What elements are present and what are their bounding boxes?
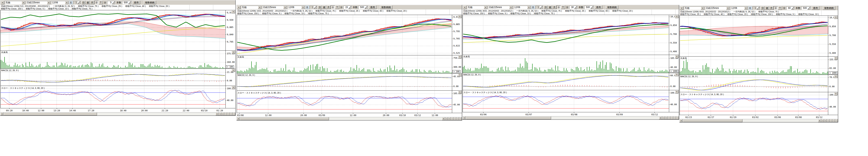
window-select-dropdown[interactable]: ▼ xyxy=(1,1,4,4)
scroll-shortcut-button[interactable]: ► xyxy=(665,116,668,119)
scroll-shortcut-button[interactable]: ▪ xyxy=(454,117,456,120)
chart-canvas[interactable] xyxy=(0,10,235,108)
scrollbar-track[interactable] xyxy=(4,113,216,116)
spinner-icon[interactable] xyxy=(128,1,131,4)
apply-button[interactable]: 適用 xyxy=(369,5,376,9)
macd-pane-menu-button[interactable]: ▼ xyxy=(458,74,462,76)
spinner-icon[interactable] xyxy=(590,6,593,9)
horizontal-scrollbar[interactable]: ◄►◄►▪▪▪▪ xyxy=(0,112,235,116)
scroll-left-button[interactable]: ◄ xyxy=(237,117,240,120)
scroll-shortcut-button[interactable]: ▪ xyxy=(671,116,673,119)
market-select[interactable]: 先物 ▼ xyxy=(684,6,705,10)
horizontal-scrollbar[interactable]: ◄►◄►▪▪▪▪ xyxy=(237,117,462,120)
period-button-tick[interactable]: T xyxy=(335,5,339,9)
scroll-shortcut-button[interactable]: ▪ xyxy=(673,116,676,119)
apply-button[interactable]: 適用 xyxy=(132,1,140,4)
multi-symbol-button[interactable]: 複数銘柄 xyxy=(606,5,618,9)
multi-symbol-button[interactable]: 複数銘柄 xyxy=(144,1,156,4)
spinner-icon[interactable] xyxy=(757,7,760,10)
contract-month-select[interactable]: 12/06 ▼ xyxy=(731,6,748,10)
chart-canvas[interactable] xyxy=(680,15,838,115)
horizontal-scrollbar[interactable]: ◄►◄►▪▪▪▪ xyxy=(680,119,838,122)
contract-month-select[interactable]: 12/06 ▼ xyxy=(514,6,531,9)
macd-pane-menu-button[interactable]: ▼ xyxy=(675,73,679,76)
period-button-minute[interactable]: 分 xyxy=(557,5,561,9)
symbol-select[interactable]: 日経225mini ▼ xyxy=(705,6,730,10)
spinner-icon[interactable] xyxy=(807,7,810,10)
window-select-dropdown[interactable]: ▼ xyxy=(680,6,683,10)
period-button-month[interactable]: 月 xyxy=(327,5,331,9)
chart-canvas[interactable] xyxy=(463,15,679,112)
scroll-shortcut-button[interactable]: ▪ xyxy=(451,117,454,120)
window-select-dropdown[interactable]: ▼ xyxy=(463,6,466,9)
scroll-shortcut-button[interactable]: ▪ xyxy=(832,119,835,122)
scroll-shortcut-button[interactable]: ▪ xyxy=(232,113,235,116)
scroll-shortcut-button[interactable]: ► xyxy=(221,113,224,116)
scroll-shortcut-button[interactable]: ► xyxy=(824,119,827,122)
volume-pane-menu-button[interactable]: ▼ xyxy=(834,57,838,60)
scrollbar-thumb[interactable] xyxy=(466,116,551,119)
multi-symbol-button[interactable]: 複数銘柄 xyxy=(823,6,835,10)
tick-count-spinner[interactable]: 1 xyxy=(752,6,760,10)
stoch-pane-menu-button[interactable]: ▼ xyxy=(458,91,462,94)
symbol-select[interactable]: 日経225mini ▼ xyxy=(262,6,287,9)
scroll-shortcut-button[interactable]: ▪ xyxy=(835,119,838,122)
spinner-icon[interactable] xyxy=(791,7,794,10)
spinner-icon[interactable] xyxy=(574,6,577,9)
period-button-minute[interactable]: 分 xyxy=(774,6,778,10)
minutes-spinner[interactable]: 5 xyxy=(107,1,116,4)
macd-pane-menu-button[interactable]: ▼ xyxy=(231,69,235,72)
multi-symbol-button[interactable]: 複数銘柄 xyxy=(380,5,393,9)
scroll-left-button[interactable]: ◄ xyxy=(463,116,466,119)
period-button-minute[interactable]: 分 xyxy=(94,1,98,4)
chart-plot-area[interactable]: 10,0009,8509,7009,5509,400105.0040.0060.… xyxy=(463,15,679,112)
chart-canvas[interactable] xyxy=(237,15,462,113)
spinner-icon[interactable] xyxy=(348,6,351,9)
scroll-shortcut-button[interactable]: ▪ xyxy=(676,116,679,119)
period-button-tick[interactable]: T xyxy=(778,6,782,10)
price-pane-menu-button[interactable]: ▼ xyxy=(675,15,679,18)
scroll-shortcut-button[interactable]: ◄ xyxy=(662,116,665,119)
volume-pane-menu-button[interactable]: ▼ xyxy=(458,56,462,59)
stoch-pane-menu-button[interactable]: ▼ xyxy=(231,86,235,89)
market-select[interactable]: 先物 ▼ xyxy=(241,6,261,9)
scroll-shortcut-button[interactable]: ▪ xyxy=(456,117,459,120)
bar-count-spinner[interactable]: 500 xyxy=(801,6,811,10)
bar-count-spinner[interactable]: 500 xyxy=(359,6,368,9)
period-button-day[interactable]: 日 xyxy=(318,5,322,9)
tick-count-spinner[interactable]: 1 xyxy=(535,6,543,9)
apply-button[interactable]: 適用 xyxy=(811,6,819,10)
spinner-icon[interactable] xyxy=(112,1,115,4)
scrollbar-thumb[interactable] xyxy=(683,119,742,122)
scroll-shortcut-button[interactable]: ▪ xyxy=(827,119,830,122)
stoch-pane-menu-button[interactable]: ▼ xyxy=(675,90,679,93)
period-button-week[interactable]: 週 xyxy=(322,5,326,9)
period-button-tick[interactable]: T xyxy=(99,1,103,4)
scroll-shortcut-button[interactable]: ▪ xyxy=(230,113,232,116)
market-select[interactable]: 先物 ▼ xyxy=(5,1,25,4)
horizontal-scrollbar[interactable]: ◄►◄►▪▪▪▪ xyxy=(463,116,679,119)
tick-count-spinner[interactable]: 1 xyxy=(310,6,317,9)
bar-count-spinner[interactable]: 500 xyxy=(122,1,132,4)
tick-count-spinner[interactable]: 1 xyxy=(73,1,81,4)
scroll-right-button[interactable]: ► xyxy=(659,116,662,119)
symbol-select[interactable]: 日経225mini ▼ xyxy=(488,6,513,9)
symbol-select[interactable]: 日経225mini ▼ xyxy=(26,1,51,4)
macd-pane-menu-button[interactable]: ▼ xyxy=(834,75,838,78)
scroll-shortcut-button[interactable]: ▪ xyxy=(830,119,832,122)
period-button-month[interactable]: 月 xyxy=(769,6,773,10)
contract-month-select[interactable]: 12/06 ▼ xyxy=(51,1,69,4)
scrollbar-thumb[interactable] xyxy=(4,113,97,116)
chart-plot-area[interactable]: 9,9759,9309,8859,8409,795375.00160.0021.… xyxy=(0,10,235,108)
volume-pane-menu-button[interactable]: ▼ xyxy=(231,51,235,54)
period-button-day[interactable]: 日 xyxy=(544,5,548,9)
period-button-day[interactable]: 日 xyxy=(82,1,86,4)
minutes-spinner[interactable]: 15 xyxy=(344,6,352,9)
scroll-right-button[interactable]: ► xyxy=(216,113,219,116)
scroll-left-button[interactable]: ◄ xyxy=(0,113,4,116)
scroll-shortcut-button[interactable]: ◄ xyxy=(445,117,448,120)
period-button-month[interactable]: 月 xyxy=(552,5,556,9)
scroll-right-button[interactable]: ► xyxy=(442,117,445,120)
stoch-pane-menu-button[interactable]: ▼ xyxy=(834,92,838,95)
scroll-right-button[interactable]: ► xyxy=(818,119,821,122)
